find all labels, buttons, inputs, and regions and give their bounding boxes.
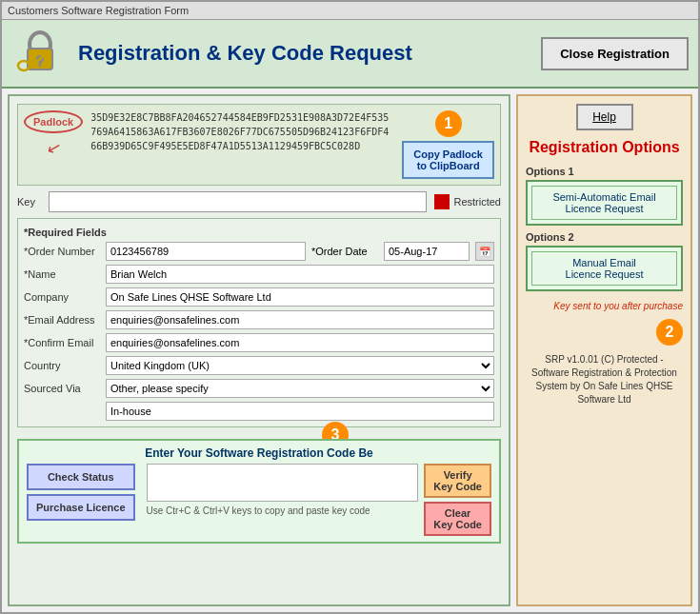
restricted-icon: [434, 194, 450, 209]
reg-code-hint: Use Ctr+C & Ctrl+V keys to copy and past…: [147, 505, 419, 516]
email-label: *Email Address: [24, 314, 100, 326]
form-grid: *Required Fields *Order Number *Order Da…: [17, 218, 501, 427]
sourced-via-row: Sourced Via Other, please specify: [24, 379, 494, 398]
close-registration-button[interactable]: Close Registration: [541, 37, 689, 70]
options2-button[interactable]: Manual Email Licence Request: [531, 251, 677, 286]
bottom-reg-wrapper: 3 Enter Your Software Registration Code …: [17, 435, 501, 544]
left-panel: Padlock ↙ 35D9E32E8C7BB8FA204652744584EB…: [8, 94, 510, 606]
reg-code-textarea[interactable]: [147, 464, 419, 502]
email-input[interactable]: [106, 310, 494, 329]
main-window: Customers Software Registration Form Reg…: [0, 0, 700, 614]
purchase-licence-button[interactable]: Purchase Licence: [27, 494, 135, 521]
country-row: Country United Kingdom (UK): [24, 356, 494, 375]
required-fields-label: *Required Fields: [24, 227, 494, 238]
options1-box: Semi-Automatic Email Licence Request: [526, 180, 683, 226]
padlock-label-area: Padlock ↙: [24, 110, 83, 158]
name-input[interactable]: [106, 265, 494, 284]
country-select[interactable]: United Kingdom (UK): [106, 356, 494, 375]
logo: [11, 28, 69, 80]
arrow-icon: ↙: [44, 135, 63, 159]
padlock-oval-label: Padlock: [24, 110, 83, 133]
padlock-hash: 35D9E32E8C7BB8FA204652744584EB9FD2531E90…: [90, 110, 394, 153]
bottom-row: Check Status Purchase Licence Use Ctr+C …: [27, 464, 491, 536]
sourced-text-row: [24, 402, 494, 421]
reg-code-area: Use Ctr+C & Ctrl+V keys to copy and past…: [147, 464, 419, 516]
main-content: Padlock ↙ 35D9E32E8C7BB8FA204652744584EB…: [2, 89, 698, 612]
sourced-via-select[interactable]: Other, please specify: [106, 379, 494, 398]
order-row: *Order Number *Order Date 📅: [24, 242, 494, 261]
company-label: Company: [24, 291, 100, 303]
clear-key-code-button[interactable]: Clear Key Code: [424, 502, 491, 536]
verify-clear-buttons: Verify Key Code Clear Key Code: [424, 464, 491, 536]
title-bar: Customers Software Registration Form: [2, 2, 698, 20]
company-row: Company: [24, 287, 494, 307]
key-label: Key: [17, 196, 41, 208]
order-date-label: *Order Date: [311, 246, 378, 257]
reg-options-title: Registration Options: [526, 138, 683, 158]
restricted-label: Restricted: [453, 196, 501, 208]
check-status-button[interactable]: Check Status: [27, 464, 135, 490]
order-number-label: *Order Number: [24, 246, 100, 257]
confirm-email-input[interactable]: [106, 333, 494, 352]
padlock-section: Padlock ↙ 35D9E32E8C7BB8FA204652744584EB…: [17, 104, 501, 186]
name-label: *Name: [24, 268, 100, 280]
badge-2: 2: [656, 319, 683, 346]
help-button[interactable]: Help: [576, 104, 633, 130]
key-sent-text: Key sent to you after purchase: [553, 301, 683, 311]
bottom-left-buttons: Check Status Purchase Licence: [27, 464, 135, 521]
header-bar: Registration & Key Code Request Close Re…: [2, 20, 698, 89]
confirm-email-row: *Confirm Email: [24, 333, 494, 352]
sourced-text-input[interactable]: [106, 402, 494, 421]
verify-key-code-button[interactable]: Verify Key Code: [424, 464, 491, 498]
header-title: Registration & Key Code Request: [78, 41, 541, 66]
company-input[interactable]: [106, 287, 494, 307]
restricted-badge: Restricted: [434, 194, 501, 209]
key-row: Key Restricted: [17, 191, 501, 212]
badge-1: 1: [435, 110, 462, 137]
calendar-icon[interactable]: 📅: [475, 242, 494, 261]
confirm-email-label: *Confirm Email: [24, 337, 100, 348]
options1-button[interactable]: Semi-Automatic Email Licence Request: [531, 186, 677, 220]
options1-label: Options 1: [526, 166, 683, 177]
sourced-via-label: Sourced Via: [24, 383, 100, 394]
options2-label: Options 2: [526, 231, 683, 243]
name-row: *Name: [24, 265, 494, 284]
email-row: *Email Address: [24, 310, 494, 329]
srp-text: SRP v1.0.01 (C) Protected - Software Reg…: [526, 353, 683, 406]
key-input[interactable]: [49, 191, 427, 212]
window-title: Customers Software Registration Form: [8, 5, 189, 16]
country-label: Country: [24, 360, 100, 371]
bottom-title: Enter Your Software Registration Code Be: [27, 446, 491, 460]
right-panel: Help Registration Options Options 1 Semi…: [516, 94, 692, 606]
copy-padlock-button[interactable]: Copy Padlock to ClipBoard: [402, 141, 494, 179]
badge2-area: Key sent to you after purchase 2: [526, 301, 683, 346]
options2-box: Manual Email Licence Request: [526, 246, 683, 291]
bottom-section: Enter Your Software Registration Code Be…: [17, 439, 501, 544]
order-date-input[interactable]: [384, 242, 470, 261]
order-number-input[interactable]: [106, 242, 306, 261]
